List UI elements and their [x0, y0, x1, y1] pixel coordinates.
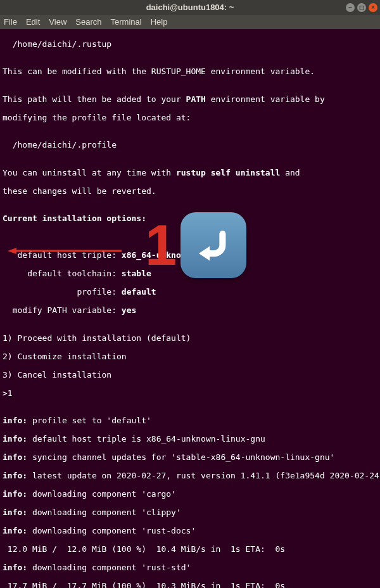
menu-file[interactable]: File	[4, 18, 17, 27]
term-line: 17.7 MiB / 17.7 MiB (100 %) 10.3 MiB/s i…	[3, 582, 377, 588]
term-line: Current installation options:	[3, 214, 377, 224]
term-line: 12.0 MiB / 12.0 MiB (100 %) 10.4 MiB/s i…	[3, 545, 377, 554]
menu-search[interactable]: Search	[75, 18, 101, 27]
term-line: modifying the profile file located at:	[3, 113, 377, 123]
term-line: /home/daichi/.profile	[3, 141, 377, 150]
term-line: This path will then be added to your PAT…	[3, 95, 377, 105]
term-line: profile: default	[3, 288, 377, 297]
close-button[interactable]: ×	[369, 3, 377, 12]
term-line: info: downloading component 'rust-std'	[3, 563, 377, 573]
term-line: info: profile set to 'default'	[3, 416, 377, 426]
term-line: these changes will be reverted.	[3, 187, 377, 196]
term-line: default toolchain: stable	[3, 269, 377, 279]
term-line: info: downloading component 'rust-docs'	[3, 527, 377, 536]
term-line: info: downloading component 'clippy'	[3, 508, 377, 518]
window-controls: – ◻ ×	[346, 3, 377, 12]
terminal-output[interactable]: /home/daichi/.rustup This can be modifie…	[0, 29, 380, 588]
term-line: 3) Cancel installation	[3, 371, 377, 380]
term-line: 2) Customize installation	[3, 352, 377, 362]
window-title: daichi@ubuntu1804: ~	[146, 3, 234, 13]
term-line: /home/daichi/.rustup	[3, 40, 377, 49]
term-line: modify PATH variable: yes	[3, 306, 377, 316]
term-line: default host triple: x86_64-unknown-linu…	[3, 251, 377, 260]
term-line: This can be modified with the RUSTUP_HOM…	[3, 67, 377, 77]
term-line: 1) Proceed with installation (default)	[3, 334, 377, 343]
minimize-button[interactable]: –	[346, 3, 355, 12]
maximize-button[interactable]: ◻	[357, 3, 366, 12]
window-titlebar: daichi@ubuntu1804: ~ – ◻ ×	[0, 0, 380, 15]
menubar: File Edit View Search Terminal Help	[0, 15, 380, 29]
term-line: >1	[3, 389, 377, 399]
menu-edit[interactable]: Edit	[26, 18, 40, 27]
menu-view[interactable]: View	[49, 18, 66, 27]
menu-terminal[interactable]: Terminal	[111, 18, 142, 27]
term-line: You can uninstall at any time with rustu…	[3, 169, 377, 178]
term-line: info: downloading component 'cargo'	[3, 490, 377, 499]
menu-help[interactable]: Help	[151, 18, 168, 27]
term-line: info: default host triple is x86_64-unkn…	[3, 435, 377, 444]
term-line: info: syncing channel updates for 'stabl…	[3, 453, 377, 463]
term-line: info: latest update on 2020-02-27, rust …	[3, 471, 377, 481]
